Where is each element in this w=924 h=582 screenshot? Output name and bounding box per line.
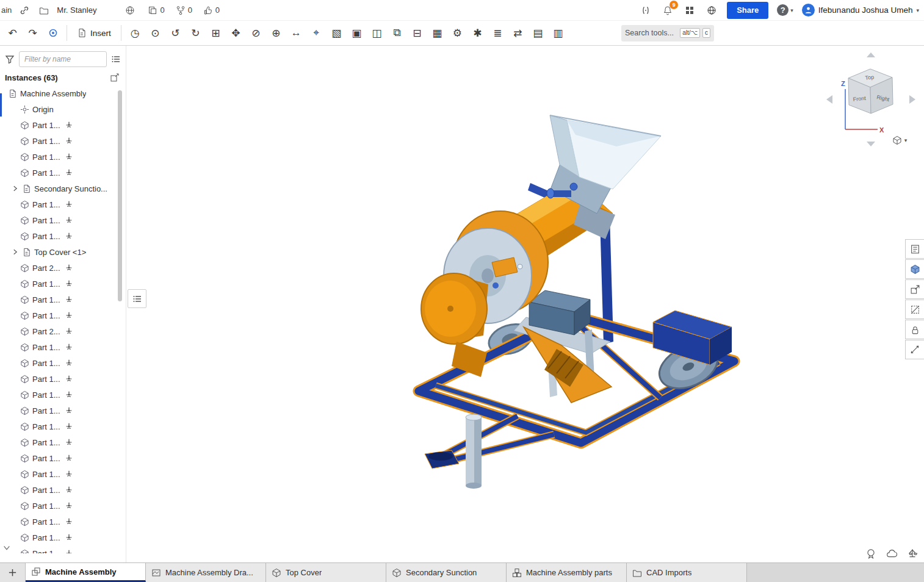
tree-item[interactable]: Part 1... [0, 196, 126, 212]
group-icon[interactable]: ⊟ [407, 21, 427, 45]
help-menu[interactable]: ? ▾ [777, 4, 793, 16]
language-globe-icon[interactable] [705, 4, 718, 17]
tree-item[interactable]: Part 1... [0, 434, 126, 450]
mate-connector-icon[interactable] [65, 454, 73, 462]
viewcube-arrow-right[interactable] [909, 95, 915, 104]
mate-connector-icon[interactable] [65, 168, 73, 177]
table-icon[interactable]: ▦ [427, 21, 447, 45]
tree-item[interactable]: Part 1... [0, 498, 126, 514]
tree-item[interactable]: Part 1... [0, 355, 126, 371]
center-icon[interactable]: ⊕ [266, 21, 286, 45]
mate-connector-icon[interactable] [65, 295, 73, 304]
mate-connector-icon[interactable] [65, 343, 73, 351]
tree-item[interactable]: Part 1... [0, 530, 126, 545]
mate-connector-icon[interactable] [65, 311, 73, 320]
part-add-icon[interactable]: ▣ [347, 21, 367, 45]
redo-button[interactable]: ↷ [23, 21, 43, 45]
section-panel-button[interactable] [905, 300, 924, 319]
new-tab-button[interactable] [0, 563, 26, 582]
tree-item[interactable]: Part 1... [0, 371, 126, 387]
tree-item[interactable]: Part 1... [0, 403, 126, 419]
rotate-right-icon[interactable]: ↻ [186, 21, 206, 45]
pattern-icon[interactable]: ⧉ [387, 21, 407, 45]
tree-item-secondary-sunction[interactable]: Secondary Sunctio... [0, 181, 126, 196]
tree-item[interactable]: Part 1... [0, 450, 126, 466]
mate-connector-icon[interactable] [65, 486, 73, 494]
document-panel-button[interactable] [905, 239, 924, 259]
view-sphere-icon[interactable] [43, 21, 63, 45]
globe-icon[interactable] [123, 4, 137, 17]
share-button[interactable]: Share [727, 2, 768, 19]
expand-chevron-icon[interactable] [12, 248, 19, 256]
tree-item[interactable]: Part 1... [0, 387, 126, 403]
mate-connector-icon[interactable] [65, 517, 73, 526]
copy-panel-button[interactable] [905, 279, 924, 299]
mate-connector-icon[interactable] [65, 279, 73, 288]
undo-button[interactable]: ↶ [2, 21, 23, 45]
bom-icon[interactable]: ▥ [548, 21, 568, 45]
feature-script-icon[interactable] [639, 4, 652, 17]
tree-item[interactable]: Part 1... [0, 339, 126, 355]
tree-item[interactable]: Part 1... [0, 228, 126, 244]
tab-top-cover[interactable]: Top Cover [266, 563, 386, 582]
appearance-lock-button[interactable] [905, 320, 924, 339]
tree-item[interactable]: Part 1... [0, 419, 126, 434]
mate-connector-icon[interactable] [65, 153, 73, 161]
tree-item[interactable]: Part 1... [0, 466, 126, 482]
mate-connector-icon[interactable] [65, 200, 73, 209]
filter-input[interactable] [19, 51, 107, 67]
gear-icon[interactable]: ⚙ [447, 21, 467, 45]
mate-connector-icon[interactable] [65, 390, 73, 399]
viewcube-top-label[interactable]: Top [865, 74, 875, 81]
apps-grid-icon[interactable] [683, 4, 696, 17]
likes-stat[interactable]: 0 [203, 5, 220, 15]
search-tools[interactable]: Search tools... alt/⌥ c [621, 25, 714, 41]
move-grid-icon[interactable]: ⊞ [206, 21, 226, 45]
viewcube-arrow-down[interactable] [867, 142, 875, 146]
tree-item[interactable]: Part 1... [0, 165, 126, 181]
tab-machine-assembly[interactable]: Machine Assembly [26, 563, 146, 582]
tab-secondary-sunction[interactable]: Secondary Sunction [386, 563, 507, 582]
mate-connector-icon[interactable] [65, 549, 73, 553]
tree-item-machine-assembly[interactable]: Machine Assembly [0, 85, 126, 101]
notifications-icon[interactable]: 9 [661, 4, 674, 17]
viewcube-arrow-up[interactable] [867, 52, 875, 57]
tree-item[interactable]: Part 1... [0, 514, 126, 530]
tree-scrollbar[interactable] [118, 90, 122, 301]
tree-item[interactable]: Part 1... [0, 545, 126, 553]
mate-connector-icon[interactable] [65, 216, 73, 225]
help-icon[interactable]: ? [777, 4, 789, 16]
machine-assembly-model[interactable] [419, 115, 734, 489]
constraint-icon[interactable]: ⊘ [246, 21, 266, 45]
tree-item[interactable]: Part 1... [0, 149, 126, 165]
parts-panel-button[interactable] [905, 259, 924, 279]
tree-item[interactable]: Part 1... [0, 117, 126, 133]
measure-icon[interactable]: ↔ [286, 21, 306, 45]
view-options-cube-menu[interactable]: ▾ [886, 133, 913, 148]
viewcube-arrow-left[interactable] [826, 95, 832, 104]
tree-item[interactable]: Part 1... [0, 482, 126, 498]
fork-stat[interactable]: 0 [176, 5, 192, 15]
filter-icon[interactable] [5, 54, 15, 64]
tree-item-origin[interactable]: Origin [0, 101, 126, 117]
tree-item[interactable]: Part 1... [0, 133, 126, 149]
mate-connector-icon[interactable] [65, 232, 73, 240]
scroll-down-icon[interactable] [2, 544, 11, 552]
document-edit-icon[interactable]: ▤ [528, 21, 548, 45]
badge-icon[interactable] [865, 548, 876, 559]
tree-item[interactable]: Part 1... [0, 292, 126, 307]
tree-item[interactable]: Part 1... [0, 276, 126, 292]
mate-connector-icon[interactable] [65, 327, 73, 336]
tab-cad-imports[interactable]: CAD Imports [627, 563, 747, 582]
tree-item[interactable]: Part 1... [0, 307, 126, 323]
measure-panel-button[interactable] [905, 340, 924, 359]
mate-connector-icon[interactable] [65, 501, 73, 510]
swap-icon[interactable]: ⇄ [508, 21, 528, 45]
rotate-left-icon[interactable]: ↺ [165, 21, 186, 45]
history-icon[interactable]: ◷ [125, 21, 145, 45]
copies-stat[interactable]: 0 [148, 5, 164, 15]
link-icon[interactable] [18, 4, 31, 17]
mate-connector-icon[interactable] [65, 422, 73, 431]
tab-machine-assembly-drawing[interactable]: Machine Assembly Dra... [146, 563, 266, 582]
mate-connector-icon[interactable] [65, 406, 73, 415]
